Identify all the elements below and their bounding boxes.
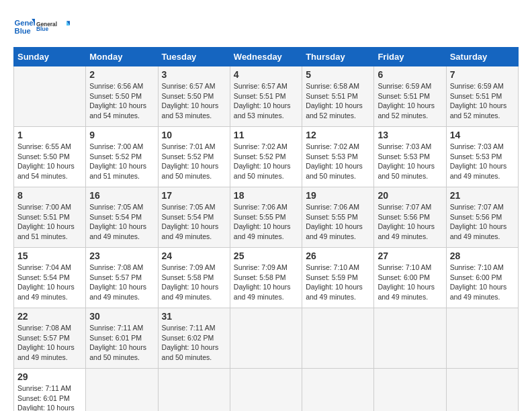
logo-icon: General Blue [13,16,35,38]
calendar-cell: 1Sunrise: 6:55 AM Sunset: 5:50 PM Daylig… [14,127,86,187]
day-number: 13 [378,130,442,140]
calendar-cell [374,369,446,412]
calendar-cell: 30Sunrise: 7:11 AM Sunset: 6:01 PM Dayli… [86,308,158,369]
calendar-cell: 3Sunrise: 6:57 AM Sunset: 5:50 PM Daylig… [158,66,230,127]
day-info: Sunrise: 6:58 AM Sunset: 5:51 PM Dayligh… [306,81,370,121]
day-number: 11 [234,130,298,140]
calendar-cell: 2Sunrise: 6:56 AM Sunset: 5:50 PM Daylig… [86,66,158,127]
day-info: Sunrise: 7:01 AM Sunset: 5:52 PM Dayligh… [162,142,226,181]
day-number: 3 [162,69,226,80]
day-number: 31 [162,311,226,322]
calendar-week-row: 29Sunrise: 7:11 AM Sunset: 6:01 PM Dayli… [14,369,519,412]
calendar-cell: 4Sunrise: 6:57 AM Sunset: 5:51 PM Daylig… [230,66,302,127]
day-number: 21 [450,190,515,201]
day-info: Sunrise: 7:02 AM Sunset: 5:53 PM Dayligh… [306,142,370,181]
calendar-table: SundayMondayTuesdayWednesdayThursdayFrid… [13,47,519,411]
calendar-cell: 11Sunrise: 7:02 AM Sunset: 5:52 PM Dayli… [230,127,302,187]
day-header-friday: Friday [374,48,446,66]
day-info: Sunrise: 7:07 AM Sunset: 5:56 PM Dayligh… [450,202,515,242]
svg-text:General: General [15,19,35,27]
calendar-week-row: 8Sunrise: 7:00 AM Sunset: 5:51 PM Daylig… [14,187,519,248]
day-number: 17 [162,190,226,201]
day-info: Sunrise: 7:11 AM Sunset: 6:01 PM Dayligh… [17,383,82,411]
day-info: Sunrise: 7:05 AM Sunset: 5:54 PM Dayligh… [162,202,226,242]
calendar-cell: 12Sunrise: 7:02 AM Sunset: 5:53 PM Dayli… [302,127,374,187]
day-info: Sunrise: 7:10 AM Sunset: 5:59 PM Dayligh… [306,263,370,302]
day-info: Sunrise: 7:11 AM Sunset: 6:02 PM Dayligh… [162,323,226,363]
logo: General Blue General Blue [13,13,70,40]
calendar-cell: 27Sunrise: 7:10 AM Sunset: 6:00 PM Dayli… [374,248,446,308]
day-header-thursday: Thursday [302,48,374,66]
day-header-wednesday: Wednesday [230,48,302,66]
calendar-cell [446,308,518,369]
day-info: Sunrise: 7:00 AM Sunset: 5:51 PM Dayligh… [17,202,82,242]
day-number: 23 [89,250,154,261]
day-number: 14 [450,130,515,140]
day-info: Sunrise: 7:03 AM Sunset: 5:53 PM Dayligh… [378,142,442,181]
day-number: 26 [306,250,370,261]
day-number: 1 [17,130,82,140]
calendar-cell: 17Sunrise: 7:05 AM Sunset: 5:54 PM Dayli… [158,187,230,248]
calendar-cell: 21Sunrise: 7:07 AM Sunset: 5:56 PM Dayli… [446,187,518,248]
day-info: Sunrise: 6:55 AM Sunset: 5:50 PM Dayligh… [17,142,82,181]
day-number: 8 [17,190,82,201]
calendar-cell: 23Sunrise: 7:08 AM Sunset: 5:57 PM Dayli… [86,248,158,308]
day-number: 2 [89,69,154,80]
day-number: 25 [234,250,298,261]
svg-text:Blue: Blue [36,26,48,32]
calendar-cell: 8Sunrise: 7:00 AM Sunset: 5:51 PM Daylig… [14,187,86,248]
day-number: 5 [306,69,370,80]
day-info: Sunrise: 7:06 AM Sunset: 5:55 PM Dayligh… [306,202,370,242]
day-number: 16 [89,190,154,201]
day-info: Sunrise: 7:07 AM Sunset: 5:56 PM Dayligh… [378,202,442,242]
calendar-cell [86,369,158,412]
calendar-cell [302,369,374,412]
day-number: 6 [378,69,442,80]
svg-text:Blue: Blue [15,27,31,35]
day-number: 12 [306,130,370,140]
calendar-week-row: 1Sunrise: 6:55 AM Sunset: 5:50 PM Daylig… [14,127,519,187]
calendar-week-row: 15Sunrise: 7:04 AM Sunset: 5:54 PM Dayli… [14,248,519,308]
day-info: Sunrise: 7:06 AM Sunset: 5:55 PM Dayligh… [234,202,298,242]
calendar-cell: 6Sunrise: 6:59 AM Sunset: 5:51 PM Daylig… [374,66,446,127]
calendar-cell: 13Sunrise: 7:03 AM Sunset: 5:53 PM Dayli… [374,127,446,187]
calendar-cell: 15Sunrise: 7:04 AM Sunset: 5:54 PM Dayli… [14,248,86,308]
logo-graphic: General Blue [36,13,70,40]
day-info: Sunrise: 7:05 AM Sunset: 5:54 PM Dayligh… [89,202,154,242]
calendar-cell: 5Sunrise: 6:58 AM Sunset: 5:51 PM Daylig… [302,66,374,127]
page-header: General Blue General Blue [13,13,519,40]
day-info: Sunrise: 7:10 AM Sunset: 6:00 PM Dayligh… [450,263,515,302]
day-info: Sunrise: 7:09 AM Sunset: 5:58 PM Dayligh… [234,263,298,302]
day-number: 19 [306,190,370,201]
calendar-cell [14,66,86,127]
day-number: 29 [17,371,82,382]
day-number: 30 [89,311,154,322]
day-number: 22 [17,311,82,322]
calendar-cell: 31Sunrise: 7:11 AM Sunset: 6:02 PM Dayli… [158,308,230,369]
calendar-cell [374,308,446,369]
day-number: 9 [89,130,154,140]
calendar-cell: 28Sunrise: 7:10 AM Sunset: 6:00 PM Dayli… [446,248,518,308]
calendar-cell [158,369,230,412]
calendar-week-row: 2Sunrise: 6:56 AM Sunset: 5:50 PM Daylig… [14,66,519,127]
calendar-cell: 7Sunrise: 6:59 AM Sunset: 5:51 PM Daylig… [446,66,518,127]
day-number: 18 [234,190,298,201]
calendar-week-row: 22Sunrise: 7:08 AM Sunset: 5:57 PM Dayli… [14,308,519,369]
day-header-tuesday: Tuesday [158,48,230,66]
day-header-saturday: Saturday [446,48,518,66]
day-header-monday: Monday [86,48,158,66]
day-info: Sunrise: 6:57 AM Sunset: 5:50 PM Dayligh… [162,81,226,121]
calendar-cell: 29Sunrise: 7:11 AM Sunset: 6:01 PM Dayli… [14,369,86,412]
day-info: Sunrise: 6:59 AM Sunset: 5:51 PM Dayligh… [450,81,515,121]
calendar-cell: 18Sunrise: 7:06 AM Sunset: 5:55 PM Dayli… [230,187,302,248]
calendar-cell: 22Sunrise: 7:08 AM Sunset: 5:57 PM Dayli… [14,308,86,369]
day-number: 10 [162,130,226,140]
day-info: Sunrise: 6:56 AM Sunset: 5:50 PM Dayligh… [89,81,154,121]
calendar-cell: 16Sunrise: 7:05 AM Sunset: 5:54 PM Dayli… [86,187,158,248]
calendar-cell: 9Sunrise: 7:00 AM Sunset: 5:52 PM Daylig… [86,127,158,187]
calendar-cell: 26Sunrise: 7:10 AM Sunset: 5:59 PM Dayli… [302,248,374,308]
day-info: Sunrise: 7:04 AM Sunset: 5:54 PM Dayligh… [17,263,82,302]
calendar-cell: 20Sunrise: 7:07 AM Sunset: 5:56 PM Dayli… [374,187,446,248]
day-number: 28 [450,250,515,261]
day-number: 24 [162,250,226,261]
